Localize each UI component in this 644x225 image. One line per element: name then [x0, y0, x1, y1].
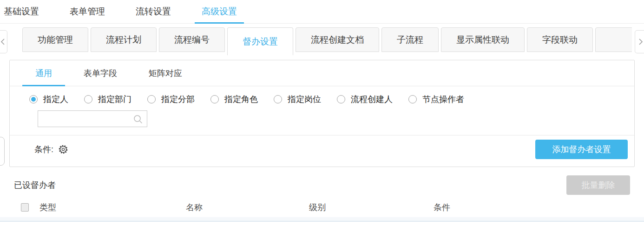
- search-icon: [133, 114, 143, 124]
- radio-designated-role[interactable]: 指定角色: [210, 94, 258, 105]
- list-header: 已设督办者 批量删除: [14, 175, 630, 195]
- batch-delete-button[interactable]: 批量删除: [566, 175, 630, 195]
- set-supervisors-title: 已设督办者: [14, 180, 56, 191]
- chevron-right-icon: [638, 38, 643, 45]
- radio-label: 指定岗位: [288, 94, 321, 105]
- radio-node-operator[interactable]: 节点操作者: [408, 94, 464, 105]
- tab-supervision-settings[interactable]: 督办设置: [227, 27, 293, 55]
- nav-item-basic-settings[interactable]: 基础设置: [0, 0, 46, 23]
- column-header-name: 名称: [186, 202, 309, 213]
- tab-process-plan[interactable]: 流程计划: [91, 27, 157, 52]
- select-all-checkbox[interactable]: [21, 203, 29, 212]
- radio-label: 流程创建人: [351, 94, 393, 105]
- radio-circle: [84, 95, 92, 103]
- panel-tab-form-fields[interactable]: 表单字段: [71, 60, 130, 86]
- add-supervisor-button[interactable]: 添加督办者设置: [535, 140, 628, 159]
- tab-process-number[interactable]: 流程编号: [159, 27, 225, 52]
- table-row-divider: [0, 217, 644, 222]
- radio-designated-post[interactable]: 指定岗位: [274, 94, 321, 105]
- column-header-condition: 条件: [434, 202, 450, 213]
- panel-tab-matrix-mapping[interactable]: 矩阵对应: [136, 60, 195, 86]
- tab-function-management[interactable]: 功能管理: [22, 27, 88, 52]
- condition-left: 条件:: [34, 144, 68, 155]
- panel-tab-general[interactable]: 通用: [22, 60, 65, 86]
- search-box: [38, 110, 147, 127]
- nav-item-flow-settings[interactable]: 流转设置: [129, 0, 178, 23]
- column-header-type: 类型: [39, 202, 186, 213]
- condition-label: 条件:: [34, 144, 53, 155]
- tab-display-property-linkage[interactable]: 显示属性联动: [441, 27, 525, 52]
- radio-label: 指定分部: [161, 94, 195, 105]
- radio-process-creator[interactable]: 流程创建人: [337, 94, 393, 105]
- tabs-scroll-right-button[interactable]: [635, 30, 644, 53]
- condition-row: 条件: 添加督办者设置: [10, 135, 634, 163]
- nav-item-form-management[interactable]: 表单管理: [63, 0, 112, 23]
- radio-circle: [337, 95, 345, 103]
- top-nav: 基础设置 表单管理 流转设置 高级设置: [0, 0, 644, 24]
- tab-field-linkage[interactable]: 字段联动: [527, 27, 593, 52]
- radio-circle: [408, 95, 417, 103]
- supervisor-table-header: 类型 名称 级别 条件: [0, 198, 644, 217]
- radio-designated-branch[interactable]: 指定分部: [147, 94, 195, 105]
- supervisor-type-radio-group: 指定人 指定部门 指定分部 指定角色 指定岗位 流程创建人 节点操作者: [10, 86, 634, 105]
- gear-icon[interactable]: [58, 144, 68, 154]
- radio-designated-department[interactable]: 指定部门: [84, 94, 131, 105]
- side-panel-handle[interactable]: [0, 137, 5, 166]
- radio-circle: [147, 95, 156, 103]
- supervisor-search-input[interactable]: [38, 111, 147, 127]
- sub-tab-strip: 功能管理 流程计划 流程编号 督办设置 流程创建文档 子流程 显示属性联动 字段…: [0, 24, 644, 56]
- panel-tabs: 通用 表单字段 矩阵对应: [10, 60, 634, 86]
- radio-label: 指定部门: [98, 94, 131, 105]
- supervision-settings-panel: 通用 表单字段 矩阵对应 指定人 指定部门 指定分部 指定角色 指定岗位 流程创…: [9, 60, 635, 167]
- tabs-viewport: 功能管理 流程计划 流程编号 督办设置 流程创建文档 子流程 显示属性联动 字段…: [22, 27, 632, 56]
- radio-label: 指定角色: [224, 94, 258, 105]
- tabs-scroll-left-button[interactable]: [0, 30, 7, 53]
- chevron-left-icon: [0, 38, 5, 45]
- search-row: [38, 110, 634, 127]
- tab-process-create-document[interactable]: 流程创建文档: [296, 27, 379, 52]
- radio-circle: [29, 95, 38, 103]
- radio-circle: [274, 95, 282, 103]
- tab-sub-process[interactable]: 子流程: [381, 27, 439, 52]
- radio-label: 节点操作者: [422, 94, 464, 105]
- column-header-level: 级别: [309, 202, 434, 213]
- tab-process-archive-truncated[interactable]: 流程存: [595, 27, 632, 52]
- radio-circle: [210, 95, 219, 103]
- radio-designated-person[interactable]: 指定人: [29, 94, 68, 105]
- radio-label: 指定人: [43, 94, 68, 105]
- nav-item-advanced-settings[interactable]: 高级设置: [195, 0, 244, 23]
